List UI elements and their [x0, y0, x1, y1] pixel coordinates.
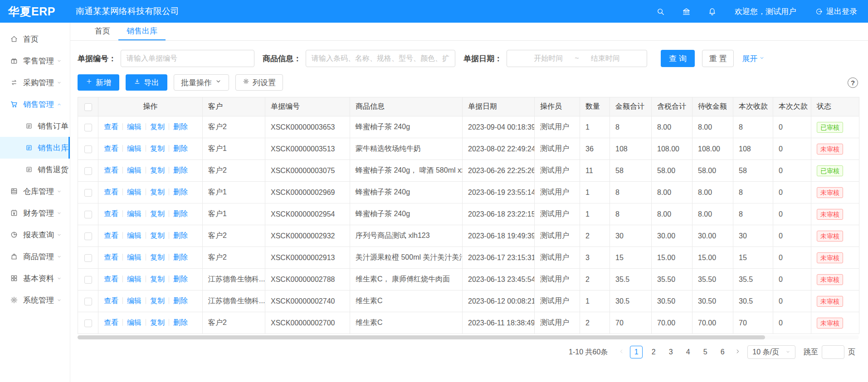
row-action-copy[interactable]: 复制 [150, 232, 165, 239]
sidebar-item-12-system[interactable]: 系统管理 [0, 289, 70, 311]
row-action-edit[interactable]: 编辑 [127, 297, 141, 305]
sidebar-item-11-basic[interactable]: 基本资料 [0, 267, 70, 289]
sidebar-item-label: 销售管理 [23, 99, 54, 110]
row-checkbox[interactable] [84, 211, 92, 218]
logout-button[interactable]: 退出登录 [815, 6, 857, 17]
sidebar-item-4-doc[interactable]: 销售订单 [0, 115, 70, 137]
row-action-edit[interactable]: 编辑 [127, 210, 141, 218]
export-button[interactable]: 导出 [126, 74, 167, 91]
tab-0[interactable]: 首页 [87, 23, 118, 40]
row-action-view[interactable]: 查看 [104, 319, 118, 326]
row-action-copy[interactable]: 复制 [150, 188, 165, 196]
row-action-copy[interactable]: 复制 [150, 275, 165, 283]
row-action-edit[interactable]: 编辑 [127, 166, 141, 174]
row-checkbox[interactable] [84, 124, 92, 131]
row-action-view[interactable]: 查看 [104, 145, 118, 152]
row-action-view[interactable]: 查看 [104, 210, 118, 218]
scrollbar-thumb[interactable] [78, 335, 765, 339]
sidebar-item-6-doc[interactable]: 销售退货 [0, 159, 70, 180]
add-button[interactable]: 新增 [78, 74, 119, 91]
row-checkbox[interactable] [84, 189, 92, 197]
row-action-edit[interactable]: 编辑 [127, 123, 141, 131]
column-header-8: 含税合计 [652, 97, 692, 116]
sidebar-item-9-report[interactable]: 报表查询 [0, 224, 70, 246]
goods-input[interactable] [306, 50, 455, 67]
row-action-view[interactable]: 查看 [104, 188, 118, 196]
row-action-delete[interactable]: 删除 [173, 210, 188, 218]
row-action-delete[interactable]: 删除 [173, 319, 188, 326]
row-action-copy[interactable]: 复制 [150, 145, 165, 152]
row-action-delete[interactable]: 删除 [173, 145, 188, 152]
row-checkbox[interactable] [84, 145, 92, 153]
row-action-delete[interactable]: 删除 [173, 275, 188, 283]
row-action-delete[interactable]: 删除 [173, 232, 188, 239]
row-action-view[interactable]: 查看 [104, 297, 118, 305]
sidebar-item-0-home[interactable]: 首页 [0, 28, 70, 50]
row-action-delete[interactable]: 删除 [173, 188, 188, 196]
jump-page-input[interactable] [822, 345, 844, 359]
page-number-6[interactable]: 6 [716, 346, 729, 358]
page-number-1[interactable]: 1 [630, 346, 643, 358]
row-action-edit[interactable]: 编辑 [127, 232, 141, 239]
horizontal-scrollbar[interactable] [78, 335, 859, 339]
row-checkbox[interactable] [84, 254, 92, 262]
basic-icon [10, 274, 18, 282]
row-action-view[interactable]: 查看 [104, 232, 118, 239]
next-page-button[interactable] [731, 346, 744, 358]
row-action-edit[interactable]: 编辑 [127, 188, 141, 196]
sidebar-item-1-retail[interactable]: 零售管理 [0, 50, 70, 72]
batch-actions-button[interactable]: 批量操作 [174, 74, 229, 91]
row-action-copy[interactable]: 复制 [150, 297, 165, 305]
top-header-bar: 华夏ERP 南通某某网络科技有限公司 欢迎您，测试用户 退出登录 [0, 0, 868, 23]
row-checkbox[interactable] [84, 232, 92, 240]
row-action-view[interactable]: 查看 [104, 166, 118, 174]
page-number-4[interactable]: 4 [682, 346, 694, 358]
row-action-edit[interactable]: 编辑 [127, 275, 141, 283]
row-action-copy[interactable]: 复制 [150, 319, 165, 326]
row-action-delete[interactable]: 删除 [173, 253, 188, 261]
tab-1[interactable]: 销售出库 [118, 23, 166, 40]
page-size-select[interactable]: 10 条/页 [747, 345, 795, 359]
date-start-placeholder: 开始时间 [534, 54, 563, 63]
reset-button[interactable]: 重 置 [702, 50, 734, 67]
bank-icon[interactable] [682, 7, 691, 16]
page-number-5[interactable]: 5 [699, 346, 712, 358]
row-action-copy[interactable]: 复制 [150, 166, 165, 174]
page-number-3[interactable]: 3 [664, 346, 677, 358]
row-action-edit[interactable]: 编辑 [127, 145, 141, 152]
row-checkbox[interactable] [84, 319, 92, 327]
sidebar-item-2-purchase[interactable]: 采购管理 [0, 72, 70, 93]
sidebar-item-8-finance[interactable]: 财务管理 [0, 202, 70, 224]
column-settings-button[interactable]: 列设置 [235, 74, 283, 91]
page-number-2[interactable]: 2 [647, 346, 660, 358]
column-settings-label: 列设置 [253, 77, 276, 88]
row-action-copy[interactable]: 复制 [150, 210, 165, 218]
sidebar-item-7-warehouse[interactable]: 仓库管理 [0, 180, 70, 202]
row-action-delete[interactable]: 删除 [173, 123, 188, 131]
prev-page-button[interactable] [615, 346, 628, 358]
row-action-copy[interactable]: 复制 [150, 253, 165, 261]
help-icon[interactable]: ? [848, 77, 858, 88]
search-button[interactable]: 查 询 [661, 50, 695, 67]
cell-receivable: 108.00 [692, 138, 733, 160]
row-checkbox[interactable] [84, 167, 92, 175]
row-checkbox[interactable] [84, 298, 92, 305]
date-range-picker[interactable]: 开始时间 ~ 结束时间 [507, 50, 647, 67]
sidebar-item-5-doc[interactable]: 销售出库 [0, 137, 70, 159]
bill-no-input[interactable] [121, 50, 254, 67]
row-action-delete[interactable]: 删除 [173, 297, 188, 305]
row-action-view[interactable]: 查看 [104, 253, 118, 261]
row-action-delete[interactable]: 删除 [173, 166, 188, 174]
search-icon[interactable] [656, 7, 665, 16]
expand-filters-link[interactable]: 展开 [742, 53, 765, 64]
row-action-edit[interactable]: 编辑 [127, 253, 141, 261]
select-all-checkbox[interactable] [84, 103, 92, 111]
sidebar-item-10-goods[interactable]: 商品管理 [0, 246, 70, 267]
sidebar-item-3-sales[interactable]: 销售管理 [0, 93, 70, 115]
row-action-view[interactable]: 查看 [104, 123, 118, 131]
row-action-edit[interactable]: 编辑 [127, 319, 141, 326]
row-checkbox[interactable] [84, 276, 92, 284]
row-action-copy[interactable]: 复制 [150, 123, 165, 131]
bell-icon[interactable] [708, 7, 717, 16]
row-action-view[interactable]: 查看 [104, 275, 118, 283]
